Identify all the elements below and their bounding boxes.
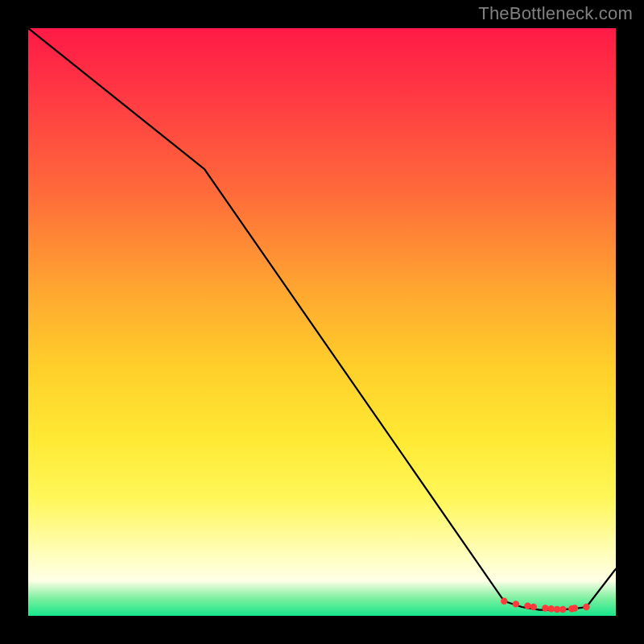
marker-group — [501, 598, 590, 613]
marker-dot — [513, 601, 519, 607]
marker-dot — [548, 605, 555, 612]
series-curve — [28, 28, 616, 610]
marker-dot — [572, 605, 578, 611]
marker-dot — [530, 604, 537, 610]
marker-dot — [559, 606, 566, 613]
plot-area — [28, 28, 616, 616]
marker-dot — [542, 605, 548, 611]
marker-dot — [524, 602, 530, 609]
watermark-label: TheBottleneck.com — [478, 3, 633, 24]
line-chart-svg — [28, 28, 616, 616]
marker-dot — [583, 604, 589, 610]
chart-frame: TheBottleneck.com — [0, 0, 644, 644]
marker-dot — [554, 606, 560, 613]
marker-dot — [501, 598, 507, 605]
